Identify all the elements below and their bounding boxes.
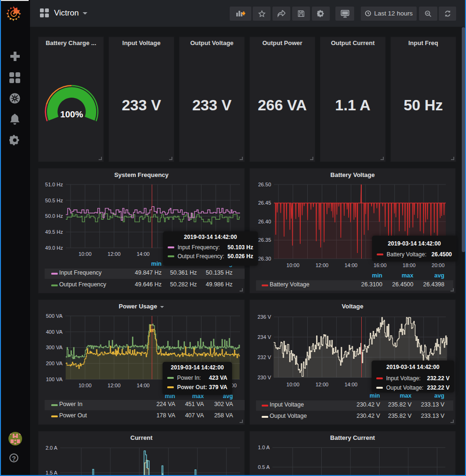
svg-text:26.30: 26.30 [258, 256, 271, 261]
svg-text:14:00: 14:00 [344, 262, 357, 268]
svg-text:12:00: 12:00 [108, 383, 121, 388]
svg-text:26.50: 26.50 [258, 182, 271, 187]
svg-text:12:00: 12:00 [316, 382, 329, 387]
svg-text:10:00: 10:00 [287, 382, 300, 387]
svg-text:49.5 Hz: 49.5 Hz [45, 229, 63, 235]
svg-text:230 V: 230 V [257, 375, 271, 380]
svg-text:10:00: 10:00 [78, 251, 92, 257]
svg-text:10:00: 10:00 [287, 262, 300, 268]
svg-text:300 VA: 300 VA [46, 345, 63, 350]
svg-text:100%: 100% [60, 109, 83, 119]
svg-text:14:00: 14:00 [137, 383, 150, 388]
svg-text:2.0 A: 2.0 A [46, 445, 58, 451]
svg-text:14:00: 14:00 [344, 382, 357, 387]
svg-text:232 V: 232 V [257, 354, 271, 360]
svg-text:1.5 A: 1.5 A [46, 470, 58, 476]
svg-text:51.0 Hz: 51.0 Hz [45, 182, 63, 187]
svg-text:12:00: 12:00 [108, 251, 121, 257]
svg-text:100 VA: 100 VA [46, 376, 63, 382]
svg-text:49.0 Hz: 49.0 Hz [45, 245, 63, 251]
svg-text:50.0 Hz: 50.0 Hz [45, 213, 63, 219]
svg-text:20:00: 20:00 [432, 262, 445, 268]
svg-text:26.35: 26.35 [258, 237, 271, 243]
svg-text:1.0 A: 1.0 A [258, 445, 270, 450]
svg-text:18:00: 18:00 [403, 262, 416, 268]
svg-text:26.45: 26.45 [258, 200, 271, 206]
svg-text:14:00: 14:00 [137, 251, 150, 257]
svg-text:236 V: 236 V [257, 314, 271, 320]
svg-text:400 VA: 400 VA [46, 329, 63, 335]
svg-text:50.5 Hz: 50.5 Hz [45, 198, 63, 203]
svg-text:16:00: 16:00 [373, 262, 387, 268]
svg-text:234 V: 234 V [257, 334, 271, 340]
svg-text:0.5 A: 0.5 A [258, 464, 270, 470]
svg-text:12:00: 12:00 [316, 262, 329, 268]
svg-text:26.40: 26.40 [258, 219, 271, 224]
svg-text:10:00: 10:00 [78, 383, 92, 388]
svg-text:500 VA: 500 VA [46, 313, 63, 319]
svg-text:200 VA: 200 VA [46, 361, 63, 366]
